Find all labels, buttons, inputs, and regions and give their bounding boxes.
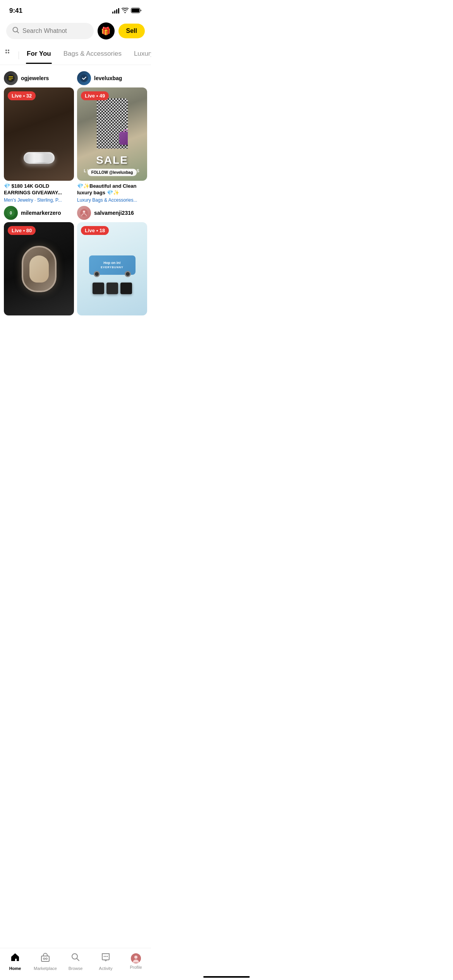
svg-rect-1 [132,9,139,12]
svg-text:0: 0 [10,211,12,215]
svg-point-12 [83,211,85,213]
seller-info-milemarkerzero: 0 milemarkerzero [4,206,74,220]
streams-grid: ogjewelers Live • 32 💎 $180 14K GOLD EAR… [0,65,151,322]
stream-card-ogjewelers[interactable]: ogjewelers Live • 32 💎 $180 14K GOLD EAR… [4,71,74,203]
stream-card-leveluxbag[interactable]: leveluxbag Live • 49 [77,71,147,203]
search-row: 🎁 Sell [0,19,151,43]
tab-luxury-bags[interactable]: Luxury Bags [128,47,151,64]
wifi-icon [122,8,129,14]
svg-point-5 [5,52,7,53]
seller-info-salvamenji2316: salvamenji2316 [77,206,147,220]
svg-point-4 [8,50,9,51]
status-bar: 9:41 [0,0,151,19]
battery-icon [131,8,142,14]
avatar-leveluxbag [77,71,91,85]
gift-icon: 🎁 [101,26,111,36]
stream-category-leveluxbag: Luxury Bags & Accessories... [77,197,147,203]
tab-for-you[interactable]: For You [21,47,57,64]
sale-text: SALE [96,154,128,166]
search-bar[interactable] [6,23,94,39]
stream-category-ogjewelers: Men's Jewelry · Sterling, P... [4,197,74,203]
content-area: ogjewelers Live • 32 💎 $180 14K GOLD EAR… [0,65,151,356]
tab-divider [19,51,19,59]
tab-bags-accessories[interactable]: Bags & Accessories [57,47,128,64]
jewelry-display [24,152,55,164]
follow-badge[interactable]: FOLLOW @leveluxbag [88,169,137,176]
gift-button[interactable]: 🎁 [98,22,115,39]
live-badge-ogjewelers: Live • 32 [8,91,36,100]
sell-button[interactable]: Sell [118,24,145,38]
live-badge-leveluxbag: Live • 49 [81,91,109,100]
avatar-ogjewelers [4,71,18,85]
seller-info: ogjewelers [4,71,74,85]
stream-thumbnail-ogjewelers[interactable]: Live • 32 [4,87,74,181]
search-input[interactable] [22,27,88,34]
avatar-milemarkerzero: 0 [4,206,18,220]
seller-name-salvamenji2316: salvamenji2316 [94,210,134,216]
seller-name-leveluxbag: leveluxbag [94,75,122,81]
stream-card-salvamenji2316[interactable]: salvamenji2316 Live • 18 Hop on in!EVERY… [77,206,147,315]
seller-info-leveluxbag: leveluxbag [77,71,147,85]
svg-point-6 [8,52,9,53]
status-time: 9:41 [9,7,22,15]
stream-description-ogjewelers: 💎 $180 14K GOLD EARRINGS GIVEAWAY... [4,183,74,196]
signal-icon [112,8,119,14]
grid-icon[interactable] [0,46,17,65]
stream-thumbnail-leveluxbag[interactable]: Live • 49 SALE LUXURY HANDBA [77,87,147,181]
cameo-art [22,246,57,292]
stream-thumbnail-milemarkerzero[interactable]: Live • 80 [4,222,74,315]
live-badge-salvamenji2316: Live • 18 [81,226,109,235]
stream-card-milemarkerzero[interactable]: 0 milemarkerzero Live • 80 [4,206,74,315]
live-badge-milemarkerzero: Live • 80 [8,226,36,235]
svg-point-3 [5,50,7,51]
search-icon [12,27,19,35]
seller-name-ogjewelers: ogjewelers [21,75,49,81]
stream-thumbnail-salvamenji2316[interactable]: Live • 18 Hop on in!EVERYBUNNY [77,222,147,315]
avatar-salvamenji2316 [77,206,91,220]
svg-point-8 [80,74,88,82]
status-icons [112,8,142,14]
stream-description-leveluxbag: 💎✨Beautiful and Clean luxury bags 💎✨ [77,183,147,196]
category-tabs: For You Bags & Accessories Luxury Bags [0,43,151,65]
seller-name-milemarkerzero: milemarkerzero [21,210,61,216]
